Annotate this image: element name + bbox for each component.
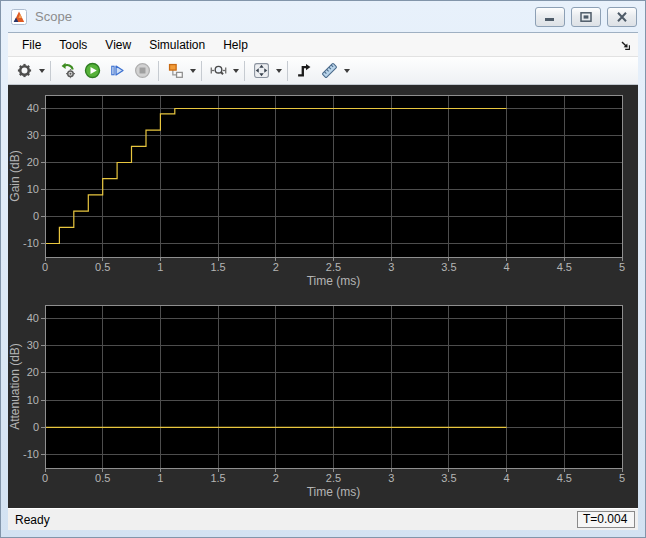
menu-tools[interactable]: Tools: [50, 35, 96, 55]
stop-icon: [134, 62, 151, 79]
minimize-button[interactable]: [535, 7, 565, 27]
play-icon: [84, 62, 101, 79]
signal-selector-icon: [167, 62, 184, 79]
toolbar-group: [53, 60, 156, 82]
scope-plots[interactable]: 00.511.522.533.544.55-10010203040Time (m…: [8, 85, 638, 508]
y-tick-label: 0: [33, 421, 39, 433]
x-tick-label: 1: [157, 261, 163, 273]
sim-time-display: T=0.004: [577, 511, 635, 528]
menu-file[interactable]: File: [13, 35, 50, 55]
toolbar-group: [10, 60, 48, 82]
statusbar: Ready T=0.004: [8, 508, 638, 530]
toolbar-group: [204, 60, 242, 82]
attenuation-plot[interactable]: 00.511.522.533.544.55-10010203040Time (m…: [8, 305, 625, 499]
window-controls: [535, 7, 637, 27]
dock-arrow-icon: [619, 39, 631, 51]
trigger-button[interactable]: [293, 60, 315, 82]
measurements-dropdown-arrow[interactable]: [344, 69, 350, 73]
scale-axes-dropdown-arrow[interactable]: [276, 69, 282, 73]
toolbar-group: [247, 60, 285, 82]
window-content: FileToolsViewSimulationHelp 00.511.522.5…: [8, 32, 638, 530]
close-button[interactable]: [607, 7, 637, 27]
zoom-icon: [210, 62, 227, 79]
x-tick-label: 3.5: [441, 261, 456, 273]
x-tick-label: 1: [157, 472, 163, 484]
x-tick-label: 4.5: [557, 261, 572, 273]
toolbar: [8, 57, 638, 85]
titlebar: Scope: [1, 1, 645, 32]
x-tick-label: 3.5: [441, 472, 456, 484]
x-tick-label: 0: [42, 261, 48, 273]
x-tick-label: 3: [388, 261, 394, 273]
y-axis-label: Attenuation (dB): [8, 343, 22, 430]
run-button[interactable]: [81, 60, 103, 82]
toolbar-separator: [287, 61, 288, 81]
x-tick-label: 4: [504, 472, 510, 484]
toolbar-separator: [50, 61, 51, 81]
status-text: Ready: [15, 513, 50, 527]
settings-dropdown-arrow[interactable]: [39, 69, 45, 73]
menubar: FileToolsViewSimulationHelp: [8, 33, 638, 57]
y-tick-label: 20: [27, 366, 39, 378]
menu-view[interactable]: View: [96, 35, 140, 55]
toolbar-separator: [158, 61, 159, 81]
simulink-snapshot-button[interactable]: [56, 60, 78, 82]
x-tick-label: 2.5: [326, 472, 341, 484]
x-tick-label: 0.5: [95, 472, 110, 484]
signal-selector-dropdown-arrow[interactable]: [190, 69, 196, 73]
stop-button: [131, 60, 153, 82]
minimize-icon: [544, 12, 556, 22]
x-tick-label: 0: [42, 472, 48, 484]
step-forward-button[interactable]: [106, 60, 128, 82]
x-axis-label: Time (ms): [307, 274, 361, 288]
x-tick-label: 3: [388, 472, 394, 484]
ruler-icon: [321, 62, 338, 79]
toolbar-group: [161, 60, 199, 82]
sim-gear-arrow-icon: [59, 62, 76, 79]
y-tick-label: 10: [27, 183, 39, 195]
y-tick-label: -10: [23, 237, 39, 249]
matlab-scope-icon: [11, 9, 27, 25]
trigger-icon: [296, 62, 313, 79]
restore-button[interactable]: [571, 7, 601, 27]
x-tick-label: 5: [619, 261, 625, 273]
window-title: Scope: [35, 9, 72, 24]
signal-selector-button[interactable]: [164, 60, 186, 82]
x-tick-label: 1.5: [210, 472, 225, 484]
menu-simulation[interactable]: Simulation: [140, 35, 214, 55]
x-tick-label: 1.5: [210, 261, 225, 273]
y-tick-label: 10: [27, 394, 39, 406]
y-tick-label: 30: [27, 129, 39, 141]
toolbar-separator: [244, 61, 245, 81]
x-tick-label: 2: [273, 472, 279, 484]
y-tick-label: 40: [27, 102, 39, 114]
x-tick-label: 4.5: [557, 472, 572, 484]
scale-axes-button[interactable]: [250, 60, 272, 82]
toolbar-separator: [201, 61, 202, 81]
measurements-button[interactable]: [318, 60, 340, 82]
x-tick-label: 2.5: [326, 261, 341, 273]
toolbar-group: [290, 60, 353, 82]
scope-window: Scope FileToolsViewSimulationHelp: [0, 0, 646, 538]
step-forward-icon: [109, 62, 126, 79]
y-axis-label: Gain (dB): [8, 150, 22, 201]
y-tick-label: 0: [33, 210, 39, 222]
menu-help[interactable]: Help: [214, 35, 257, 55]
x-tick-label: 5: [619, 472, 625, 484]
y-tick-label: 40: [27, 312, 39, 324]
scope-figure[interactable]: 00.511.522.533.544.55-10010203040Time (m…: [8, 85, 638, 508]
y-tick-label: 20: [27, 156, 39, 168]
restore-icon: [580, 12, 592, 22]
x-tick-label: 4: [504, 261, 510, 273]
settings-button[interactable]: [13, 60, 35, 82]
zoom-dropdown-arrow[interactable]: [233, 69, 239, 73]
close-icon: [616, 12, 628, 22]
dock-button[interactable]: [617, 37, 633, 53]
x-tick-label: 0.5: [95, 261, 110, 273]
y-tick-label: 30: [27, 339, 39, 351]
zoom-button[interactable]: [207, 60, 229, 82]
scale-axes-icon: [253, 62, 270, 79]
gain-plot[interactable]: 00.511.522.533.544.55-10010203040Time (m…: [8, 95, 625, 288]
x-axis-label: Time (ms): [307, 485, 361, 499]
y-tick-label: -10: [23, 448, 39, 460]
